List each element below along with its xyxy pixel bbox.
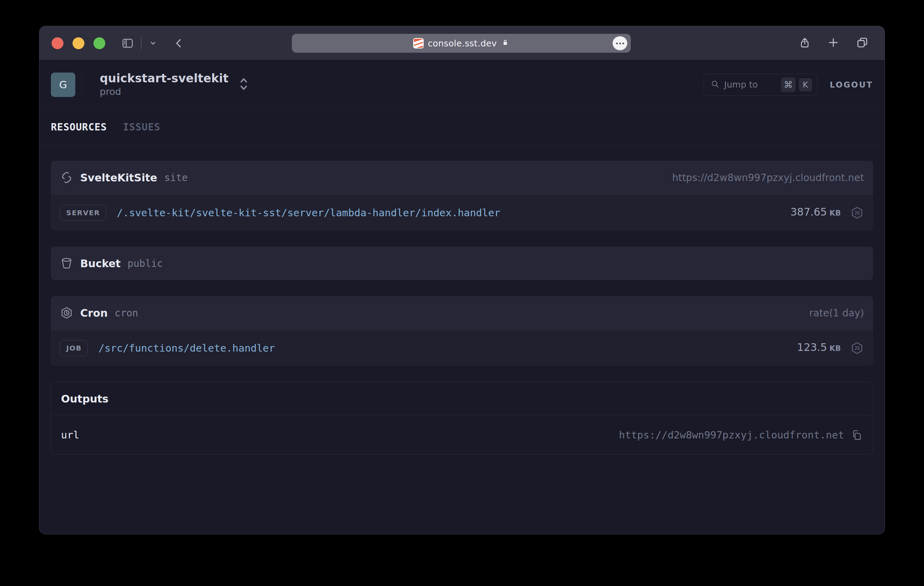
function-row: SERVER /.svelte-kit/svelte-kit-sst/serve… [51, 194, 873, 231]
bucket-icon [60, 257, 73, 270]
svg-text:JS: JS [854, 210, 860, 215]
nodejs-icon: JS [850, 341, 864, 355]
resource-header: SvelteKitSite site https://d2w8wn997pzxy… [51, 161, 873, 194]
function-size: 387.65 [790, 206, 827, 218]
copy-icon[interactable] [851, 429, 863, 441]
function-meta: 387.65 KB JS [790, 206, 864, 220]
header-divider [81, 71, 82, 98]
tab-resources[interactable]: RESOURCES [51, 121, 107, 133]
sst-favicon-icon [413, 38, 424, 48]
outputs-card: Outputs url https://d2w8wn997pzxyj.cloud… [51, 382, 873, 454]
function-size-unit: KB [830, 209, 841, 217]
traffic-lights [51, 37, 105, 49]
resource-card-bucket: Bucket public [51, 247, 873, 280]
outputs-title: Outputs [61, 393, 109, 405]
function-badge: JOB [60, 340, 88, 356]
output-row: url https://d2w8wn997pzxyj.cloudfront.ne… [51, 415, 873, 454]
close-window-button[interactable] [51, 37, 63, 49]
function-handler-link[interactable]: /src/functions/delete.handler [98, 342, 275, 354]
browser-nav-controls [120, 36, 185, 50]
share-icon[interactable] [798, 36, 811, 51]
function-size-unit: KB [830, 344, 841, 353]
function-meta: 123.5 KB JS [797, 341, 864, 355]
stage-selector-icon[interactable] [236, 74, 251, 95]
output-key: url [61, 429, 79, 441]
svg-text:JS: JS [854, 345, 860, 350]
toolbar-divider [141, 37, 142, 50]
function-handler-link[interactable]: /.svelte-kit/svelte-kit-sst/server/lambd… [117, 207, 500, 219]
resource-card-cron: Cron cron rate(1 day) JOB /src/functions… [51, 296, 873, 366]
tab-bar: RESOURCES ISSUES [40, 109, 884, 145]
nodejs-icon: JS [850, 206, 864, 220]
app-name: quickstart-sveltekit [100, 72, 228, 85]
app-header: G quickstart-sveltekit prod Jump to [40, 60, 884, 109]
tab-overview-icon[interactable] [855, 36, 869, 51]
browser-toolbar: console.sst.dev [40, 26, 884, 60]
function-row: JOB /src/functions/delete.handler 123.5 … [51, 330, 873, 366]
resource-name: site [164, 172, 188, 183]
sveltekit-icon [60, 171, 73, 184]
resource-type: SvelteKitSite [80, 172, 157, 184]
browser-actions [798, 36, 869, 51]
sidebar-toggle-icon[interactable] [120, 36, 135, 50]
jump-to-placeholder: Jump to [724, 79, 758, 90]
lock-icon [501, 38, 510, 48]
tab-issues[interactable]: ISSUES [123, 121, 160, 133]
function-badge: SERVER [60, 205, 106, 221]
zoom-window-button[interactable] [94, 37, 105, 49]
resource-header: Bucket public [51, 247, 873, 280]
command-key-badge: ⌘ [781, 78, 796, 92]
output-value: https://d2w8wn997pzxyj.cloudfront.net [619, 429, 844, 441]
resource-type: Bucket [80, 258, 120, 270]
shortcut-keys: ⌘ K [781, 78, 812, 92]
stage-name: prod [100, 86, 228, 97]
chevron-down-icon[interactable] [148, 38, 158, 48]
cron-schedule: rate(1 day) [809, 307, 864, 319]
minimize-window-button[interactable] [73, 37, 84, 49]
resource-header: Cron cron rate(1 day) [51, 296, 873, 330]
resource-card-sveltekitsite: SvelteKitSite site https://d2w8wn997pzxy… [51, 161, 873, 231]
screen: console.sst.dev [0, 0, 924, 586]
address-bar[interactable]: console.sst.dev [292, 34, 631, 53]
address-url: console.sst.dev [428, 38, 497, 48]
workspace-avatar[interactable]: G [51, 73, 75, 97]
new-tab-icon[interactable] [827, 36, 840, 51]
browser-window: console.sst.dev [39, 26, 885, 534]
address-bar-content: console.sst.dev [413, 38, 510, 48]
search-icon [710, 79, 720, 90]
jump-to-search[interactable]: Jump to ⌘ K [704, 74, 817, 96]
cron-icon [60, 306, 73, 320]
function-size: 123.5 [797, 341, 827, 353]
resource-name: cron [115, 307, 138, 319]
resource-type: Cron [80, 307, 108, 319]
resources-panel: SvelteKitSite site https://d2w8wn997pzxy… [40, 145, 884, 454]
resource-name: public [128, 258, 163, 269]
page-settings-button[interactable] [613, 36, 627, 50]
resource-url: https://d2w8wn997pzxyj.cloudfront.net [672, 172, 864, 183]
k-key-badge: K [799, 78, 812, 91]
back-icon[interactable] [172, 36, 185, 50]
outputs-header: Outputs [51, 382, 873, 415]
logout-button[interactable]: LOGOUT [830, 80, 873, 89]
app-title-block: quickstart-sveltekit prod [100, 72, 228, 97]
